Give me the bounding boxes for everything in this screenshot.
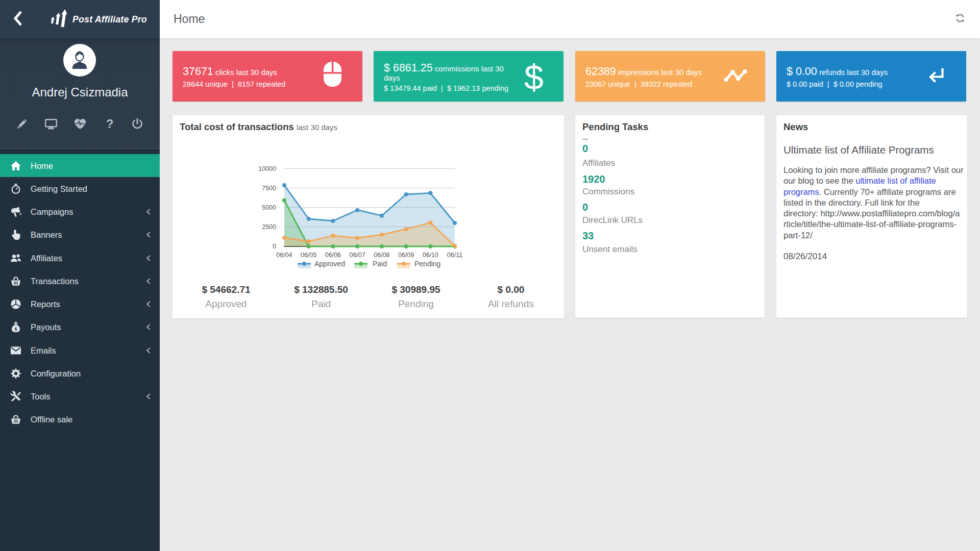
- svg-text:2500: 2500: [262, 223, 276, 231]
- svg-text:5000: 5000: [262, 204, 276, 211]
- svg-text:06/06: 06/06: [325, 252, 341, 259]
- svg-text:Approved: Approved: [314, 260, 345, 268]
- svg-text:$: $: [14, 327, 17, 332]
- svg-text:06/07: 06/07: [349, 252, 365, 259]
- svg-text:06/05: 06/05: [301, 252, 316, 259]
- svg-text:06/04: 06/04: [276, 252, 292, 259]
- svg-text:Paid: Paid: [373, 260, 387, 268]
- svg-text:7500: 7500: [262, 185, 276, 192]
- svg-text:06/08: 06/08: [374, 252, 389, 259]
- svg-text:Pending: Pending: [414, 260, 440, 268]
- svg-text:06/11: 06/11: [447, 252, 462, 259]
- svg-text:0: 0: [273, 243, 276, 250]
- svg-text:06/09: 06/09: [398, 252, 414, 259]
- svg-text:10000: 10000: [258, 165, 276, 172]
- svg-text:06/10: 06/10: [423, 252, 438, 259]
